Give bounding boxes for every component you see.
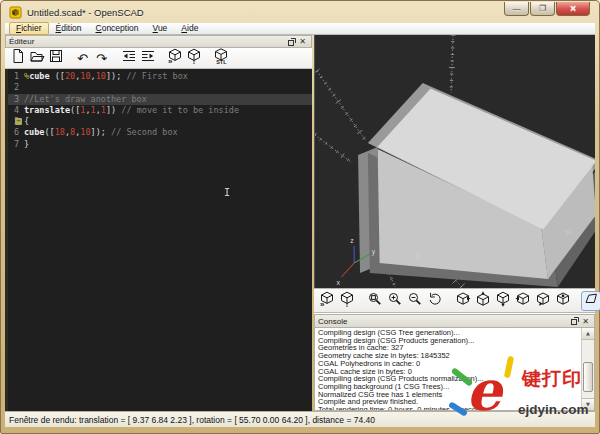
code-token: // move it to be inside bbox=[121, 105, 239, 116]
indent-icon bbox=[140, 48, 156, 68]
menu-item-vue[interactable]: Vue bbox=[146, 22, 175, 35]
menu-item-edition[interactable]: Édition bbox=[49, 22, 89, 35]
svg-text:»: » bbox=[168, 57, 173, 65]
view-left-button[interactable] bbox=[513, 291, 533, 311]
code-line[interactable]: 3//Let's draw another box bbox=[5, 94, 312, 105]
maximize-button[interactable]: ❐ bbox=[530, 2, 555, 16]
reset-view-button[interactable] bbox=[425, 291, 445, 311]
console-log[interactable]: ▲ ▼ Compiling design (CSG Tree generatio… bbox=[314, 328, 595, 411]
code-token: ([ bbox=[50, 71, 65, 82]
scroll-down-arrow-icon[interactable]: ▼ bbox=[582, 398, 594, 410]
redo-button[interactable]: ↷ bbox=[92, 49, 111, 68]
render-box bbox=[358, 83, 595, 287]
line-number: 4 bbox=[5, 105, 24, 116]
svg-text:x: x bbox=[337, 279, 341, 286]
export-stl-button[interactable]: STL bbox=[211, 49, 230, 68]
code-line[interactable]: 6cube([18,8,10]); // Second box bbox=[5, 127, 312, 138]
close-panel-icon[interactable]: ✕ bbox=[297, 37, 308, 47]
render-button[interactable] bbox=[184, 49, 203, 68]
code-token: // First box bbox=[126, 71, 187, 82]
code-token: 10 bbox=[80, 71, 90, 82]
view-bottom-button[interactable] bbox=[493, 291, 513, 311]
new-file-button[interactable] bbox=[8, 49, 27, 68]
undo-button[interactable]: ↶ bbox=[73, 49, 92, 68]
line-number: 1 bbox=[5, 71, 24, 82]
editor-panel-header: Éditeur ✕ bbox=[5, 35, 312, 48]
save-icon bbox=[48, 48, 64, 68]
perspective-button[interactable] bbox=[581, 291, 600, 311]
code-token: // Second box bbox=[111, 127, 178, 138]
zoom-in-button[interactable] bbox=[385, 291, 405, 311]
code-line[interactable]: 7} bbox=[5, 139, 312, 150]
fold-marker-icon[interactable]: − bbox=[15, 118, 22, 125]
view-bottom-icon bbox=[495, 291, 511, 311]
code-line[interactable]: 1%cube ([20,10,10]); // First box bbox=[5, 71, 312, 82]
float-panel-icon[interactable] bbox=[569, 316, 580, 326]
perspective-icon bbox=[583, 291, 599, 311]
float-panel-icon[interactable] bbox=[286, 37, 297, 47]
openscad-logo-icon bbox=[9, 6, 22, 19]
line-number: 7 bbox=[5, 139, 24, 150]
scrollbar-thumb[interactable] bbox=[583, 362, 593, 392]
view-right-button[interactable] bbox=[453, 291, 473, 311]
code-token: ]) bbox=[106, 105, 121, 116]
export-stl-icon: STL bbox=[213, 48, 229, 68]
preview-icon: » bbox=[167, 48, 183, 68]
view-top-button[interactable] bbox=[473, 291, 493, 311]
close-panel-icon[interactable]: ✕ bbox=[580, 316, 591, 326]
new-file-icon bbox=[10, 48, 26, 68]
unindent-button[interactable] bbox=[119, 49, 138, 68]
save-button[interactable] bbox=[46, 49, 65, 68]
code-editor[interactable]: I 1%cube ([20,10,10]); // First box23//L… bbox=[5, 69, 312, 411]
open-button[interactable] bbox=[27, 49, 46, 68]
menu-item-fichier[interactable]: Fichier bbox=[9, 22, 49, 35]
text-cursor: I bbox=[224, 187, 230, 198]
line-number: 2 bbox=[5, 82, 24, 93]
code-line[interactable]: 4translate([1,1,1]) // move it to be ins… bbox=[5, 105, 312, 116]
line-number: 3 bbox=[5, 94, 24, 105]
view-back-button[interactable] bbox=[553, 291, 573, 311]
window-title: Untitled.scad* - OpenSCAD bbox=[27, 7, 144, 18]
scroll-up-arrow-icon[interactable]: ▲ bbox=[582, 328, 594, 340]
code-line[interactable]: 5−{ bbox=[5, 116, 312, 127]
console-scrollbar[interactable]: ▲ ▼ bbox=[581, 328, 594, 410]
zoom-all-button[interactable] bbox=[365, 291, 385, 311]
code-token: ]); bbox=[106, 71, 126, 82]
code-token: 10 bbox=[80, 127, 90, 138]
indent-button[interactable] bbox=[138, 49, 157, 68]
svg-text:z: z bbox=[350, 237, 354, 244]
view-front-button[interactable] bbox=[533, 291, 553, 311]
code-token: //Let's draw another box bbox=[24, 94, 147, 105]
preview-button[interactable]: » bbox=[165, 49, 184, 68]
code-token: ]); bbox=[91, 127, 111, 138]
zoom-all-icon bbox=[367, 291, 383, 311]
svg-text:y: y bbox=[372, 248, 376, 256]
undo-icon: ↶ bbox=[77, 49, 88, 67]
render-button[interactable] bbox=[337, 291, 357, 311]
zoom-out-button[interactable] bbox=[405, 291, 425, 311]
menu-item-aide[interactable]: Aide bbox=[174, 22, 205, 35]
line-number: 6 bbox=[5, 127, 24, 138]
code-token: { bbox=[24, 116, 29, 127]
render-icon bbox=[339, 291, 355, 311]
minimize-button[interactable]: — bbox=[504, 2, 529, 16]
reset-view-icon bbox=[427, 291, 443, 311]
view-front-icon bbox=[535, 291, 551, 311]
editor-panel-title: Éditeur bbox=[9, 37, 286, 46]
code-token: 18 bbox=[55, 127, 65, 138]
preview-button[interactable]: » bbox=[317, 291, 337, 311]
zoom-in-icon bbox=[387, 291, 403, 311]
menu-item-conception[interactable]: Conception bbox=[89, 22, 146, 35]
viewport-toolbar: »» bbox=[314, 288, 595, 313]
preview-icon: » bbox=[319, 291, 335, 311]
view-left-icon bbox=[515, 291, 531, 311]
redo-icon: ↷ bbox=[96, 49, 107, 67]
render-viewport[interactable]: 20 20 z y x bbox=[314, 35, 595, 288]
zoom-out-icon bbox=[407, 291, 423, 311]
window-frame: Untitled.scad* - OpenSCAD —❐✕ FichierÉdi… bbox=[0, 0, 600, 434]
code-token: translate bbox=[24, 105, 70, 116]
status-bar: Fenêtre de rendu: translation = [ 9.37 6… bbox=[5, 411, 595, 427]
close-button[interactable]: ✕ bbox=[556, 2, 590, 16]
code-line[interactable]: 2 bbox=[5, 82, 312, 93]
title-bar[interactable]: Untitled.scad* - OpenSCAD —❐✕ bbox=[2, 2, 598, 23]
